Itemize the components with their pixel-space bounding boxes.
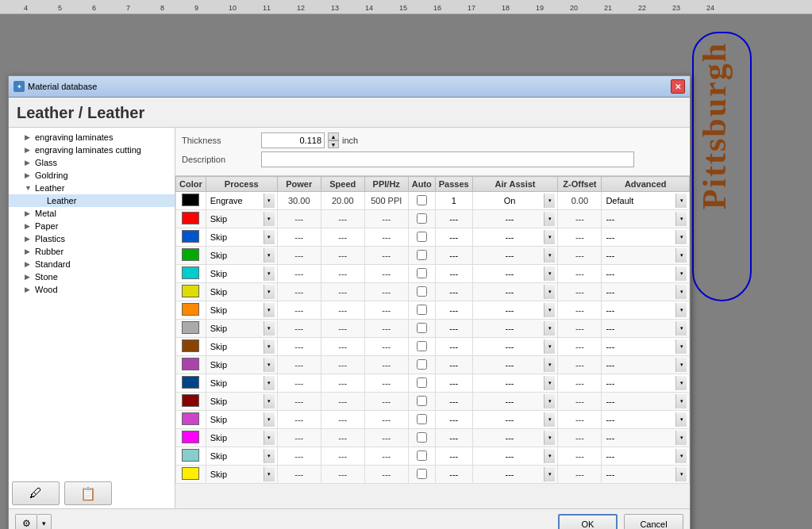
auto-checkbox[interactable] <box>417 450 427 461</box>
advanced-dropdown[interactable]: ▾ <box>675 467 687 481</box>
ok-button[interactable]: OK <box>558 514 618 529</box>
tree-item-engraving-laminates-cutting[interactable]: ▶ engraving laminates cutting <box>9 144 175 156</box>
air-dropdown[interactable]: ▾ <box>544 285 555 299</box>
tree-item-stone[interactable]: ▶ Stone <box>9 270 175 283</box>
advanced-dropdown[interactable]: ▾ <box>675 303 687 317</box>
auto-checkbox[interactable] <box>417 341 427 351</box>
air-dropdown[interactable]: ▾ <box>544 394 555 408</box>
advanced-dropdown[interactable]: ▾ <box>675 431 687 445</box>
process-dropdown[interactable]: ▾ <box>264 394 275 408</box>
process-cell: Engrave▾ <box>206 192 277 210</box>
advanced-dropdown[interactable]: ▾ <box>675 358 687 372</box>
air-dropdown[interactable]: ▾ <box>544 212 555 226</box>
advanced-dropdown[interactable]: ▾ <box>675 376 687 390</box>
air-dropdown[interactable]: ▾ <box>544 248 555 263</box>
process-dropdown[interactable]: ▾ <box>264 285 275 299</box>
air-dropdown[interactable]: ▾ <box>544 431 555 445</box>
power-cell: --- <box>277 210 321 228</box>
process-dropdown[interactable]: ▾ <box>264 212 275 226</box>
advanced-dropdown[interactable]: ▾ <box>675 285 687 299</box>
advanced-dropdown[interactable]: ▾ <box>675 394 687 408</box>
advanced-dropdown[interactable]: ▾ <box>675 194 687 208</box>
air-dropdown[interactable]: ▾ <box>544 412 555 427</box>
process-dropdown[interactable]: ▾ <box>264 248 275 263</box>
auto-checkbox[interactable] <box>417 268 427 278</box>
process-dropdown[interactable]: ▾ <box>264 376 275 390</box>
tree-item-rubber[interactable]: ▶ Rubber <box>9 245 175 258</box>
air-dropdown[interactable]: ▾ <box>544 339 555 354</box>
auto-checkbox[interactable] <box>417 305 427 315</box>
settings-button[interactable]: ⚙ <box>15 514 37 529</box>
tree-item-standard[interactable]: ▶ Standard <box>9 258 175 270</box>
spin-down[interactable]: ▼ <box>328 140 339 148</box>
advanced-dropdown[interactable]: ▾ <box>675 212 687 226</box>
air-dropdown[interactable]: ▾ <box>544 449 555 463</box>
air-dropdown[interactable]: ▾ <box>544 376 555 390</box>
auto-checkbox[interactable] <box>417 432 427 443</box>
process-dropdown[interactable]: ▾ <box>264 358 275 372</box>
air-value: --- <box>475 470 545 479</box>
air-assist-cell: ---▾ <box>472 466 558 484</box>
tree-action-btn-2[interactable]: 📋 <box>64 481 112 505</box>
advanced-dropdown[interactable]: ▾ <box>675 412 687 427</box>
auto-checkbox[interactable] <box>417 414 427 424</box>
air-dropdown[interactable]: ▾ <box>544 321 555 335</box>
advanced-dropdown[interactable]: ▾ <box>675 248 687 263</box>
process-dropdown[interactable]: ▾ <box>264 431 275 445</box>
tree-item-metal[interactable]: ▶ Metal <box>9 207 175 220</box>
air-dropdown[interactable]: ▾ <box>544 194 555 208</box>
process-dropdown[interactable]: ▾ <box>264 194 275 208</box>
auto-checkbox[interactable] <box>417 323 427 333</box>
tree-item-paper[interactable]: ▶ Paper <box>9 220 175 232</box>
process-dropdown[interactable]: ▾ <box>264 467 275 481</box>
air-dropdown[interactable]: ▾ <box>544 303 555 317</box>
cancel-button[interactable]: Cancel <box>624 514 683 529</box>
process-dropdown[interactable]: ▾ <box>264 321 275 335</box>
auto-checkbox[interactable] <box>417 378 427 388</box>
auto-checkbox[interactable] <box>417 195 427 205</box>
table-row: Skip▾---------------▾------▾ <box>176 447 690 466</box>
air-value: --- <box>475 269 545 278</box>
process-dropdown[interactable]: ▾ <box>264 303 275 317</box>
tree-item-glass[interactable]: ▶ Glass <box>9 156 175 169</box>
air-dropdown[interactable]: ▾ <box>544 230 555 244</box>
tree-item-engraving-laminates[interactable]: ▶ engraving laminates <box>9 131 175 144</box>
tree-label: Plastics <box>35 234 65 243</box>
thickness-input[interactable] <box>261 132 325 148</box>
air-dropdown[interactable]: ▾ <box>544 467 555 481</box>
spin-up[interactable]: ▲ <box>328 132 339 140</box>
advanced-dropdown[interactable]: ▾ <box>675 321 687 335</box>
settings-dropdown[interactable]: ▾ <box>37 514 52 529</box>
process-dropdown[interactable]: ▾ <box>264 339 275 354</box>
advanced-dropdown[interactable]: ▾ <box>675 339 687 354</box>
advanced-dropdown[interactable]: ▾ <box>675 230 687 244</box>
air-dropdown[interactable]: ▾ <box>544 358 555 372</box>
air-dropdown[interactable]: ▾ <box>544 266 555 281</box>
advanced-dropdown[interactable]: ▾ <box>675 266 687 281</box>
process-dropdown[interactable]: ▾ <box>264 449 275 463</box>
tree-action-btn-1[interactable]: 🖊 <box>12 481 60 505</box>
dialog-body: ▶ engraving laminates ▶ engraving lamina… <box>9 128 690 508</box>
z-offset-cell: --- <box>558 301 602 320</box>
tree-item-plastics[interactable]: ▶ Plastics <box>9 232 175 245</box>
auto-checkbox[interactable] <box>417 250 427 260</box>
process-dropdown[interactable]: ▾ <box>264 412 275 427</box>
advanced-dropdown[interactable]: ▾ <box>675 449 687 463</box>
tree-item-leather-child[interactable]: Leather <box>9 194 175 207</box>
table-row: Skip▾---------------▾------▾ <box>176 228 690 247</box>
description-input[interactable] <box>261 151 634 167</box>
tree-label: Standard <box>35 259 71 269</box>
tree-item-goldring[interactable]: ▶ Goldring <box>9 169 175 182</box>
process-dropdown[interactable]: ▾ <box>264 266 275 281</box>
auto-checkbox[interactable] <box>417 469 427 479</box>
auto-checkbox[interactable] <box>417 232 427 242</box>
auto-checkbox[interactable] <box>417 213 427 224</box>
auto-checkbox[interactable] <box>417 359 427 370</box>
close-button[interactable]: ✕ <box>671 79 685 94</box>
tree-item-leather[interactable]: ▼ Leather <box>9 182 175 194</box>
advanced-cell: ---▾ <box>602 210 690 228</box>
auto-checkbox[interactable] <box>417 286 427 297</box>
tree-item-wood[interactable]: ▶ Wood <box>9 283 175 296</box>
auto-checkbox[interactable] <box>417 396 427 406</box>
process-dropdown[interactable]: ▾ <box>264 230 275 244</box>
